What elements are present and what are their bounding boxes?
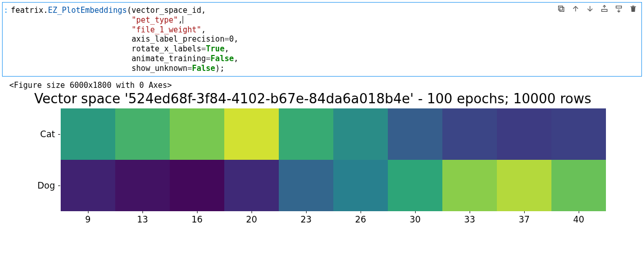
svg-rect-1	[559, 6, 563, 10]
heatmap-cell	[388, 108, 442, 160]
x-tick-label: 30	[388, 211, 442, 225]
cell-toolbar	[557, 5, 637, 13]
arrow-down-icon[interactable]	[586, 5, 594, 13]
heatmap-cell	[333, 160, 388, 211]
svg-rect-2	[602, 9, 607, 11]
insert-above-icon[interactable]	[600, 5, 609, 13]
duplicate-icon[interactable]	[557, 5, 565, 13]
heatmap-cell	[115, 108, 170, 160]
svg-rect-0	[560, 7, 564, 11]
heatmap-cell	[170, 160, 224, 211]
heatmap-grid	[61, 108, 606, 211]
cell-prompt: :	[4, 6, 8, 15]
insert-below-icon[interactable]	[615, 5, 623, 13]
heatmap-cell	[442, 160, 497, 211]
x-tick-label: 13	[115, 211, 170, 225]
code-editor[interactable]: featrix.EZ_PlotEmbeddings(vector_space_i…	[10, 6, 637, 73]
svg-rect-3	[616, 6, 622, 8]
heatmap-cell	[388, 160, 442, 211]
x-tick-label: 33	[442, 211, 497, 225]
heatmap-cell	[170, 108, 224, 160]
heatmap-cell	[497, 108, 551, 160]
cell-output: <Figure size 6000x1800 with 0 Axes> Vect…	[2, 81, 642, 229]
code-cell[interactable]: : featrix.EZ_PlotEmbeddings(vector_space…	[2, 2, 642, 77]
arrow-up-icon[interactable]	[571, 5, 580, 13]
y-tick-label: Dog	[9, 160, 58, 211]
x-axis: 9131620232630333740	[61, 211, 606, 225]
x-tick-label: 9	[61, 211, 115, 225]
x-tick-label: 16	[170, 211, 224, 225]
heatmap-cell	[115, 160, 170, 211]
heatmap-cell	[551, 160, 606, 211]
heatmap-cell	[224, 108, 279, 160]
figure-size-text: <Figure size 6000x1800 with 0 Axes>	[9, 81, 642, 90]
chart-title: Vector space '524ed68f-3f84-4102-b67e-84…	[9, 91, 616, 106]
heatmap-chart: CatDog 9131620232630333740	[9, 108, 616, 229]
trash-icon[interactable]	[629, 5, 637, 13]
text-cursor	[183, 16, 183, 24]
heatmap-cell	[224, 160, 279, 211]
heatmap-cell	[551, 108, 606, 160]
heatmap-cell	[61, 108, 115, 160]
heatmap-cell	[279, 108, 333, 160]
x-tick-label: 40	[551, 211, 606, 225]
heatmap-cell	[442, 108, 497, 160]
x-tick-label: 37	[497, 211, 551, 225]
x-tick-label: 20	[224, 211, 279, 225]
y-axis: CatDog	[9, 108, 58, 211]
heatmap-cell	[333, 108, 388, 160]
heatmap-cell	[279, 160, 333, 211]
x-tick-label: 23	[279, 211, 333, 225]
y-tick-label: Cat	[9, 108, 58, 160]
x-tick-label: 26	[333, 211, 388, 225]
heatmap-cell	[61, 160, 115, 211]
heatmap-cell	[497, 160, 551, 211]
